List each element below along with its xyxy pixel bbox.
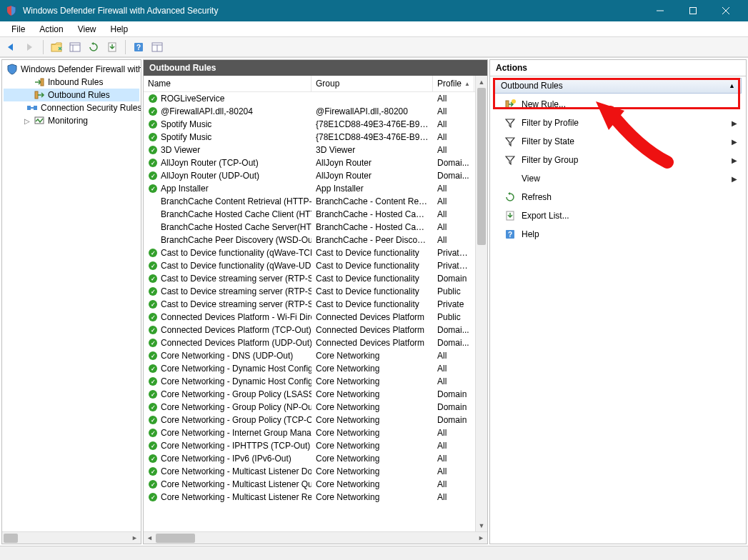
scrollbar-thumb[interactable] [4, 534, 18, 543]
menu-file[interactable]: File [4, 23, 32, 36]
status-icon: ✓ [148, 428, 158, 438]
rule-name: Core Networking - Group Policy (NP-Out) [161, 402, 311, 412]
rule-name: Spotify Music [161, 132, 211, 142]
svg-rect-16 [27, 106, 31, 110]
scroll-left-arrow-icon[interactable]: ◄ [144, 532, 156, 544]
toolbar-refresh-button[interactable] [85, 39, 102, 55]
action-filter-by-profile[interactable]: Filter by Profile▶ [494, 114, 742, 132]
back-button[interactable] [3, 39, 20, 55]
list-vertical-scrollbar[interactable]: ▲ ▼ [475, 76, 487, 531]
column-profile[interactable]: Profile▲ [433, 76, 474, 91]
menu-action[interactable]: Action [32, 23, 70, 36]
scrollbar-thumb[interactable] [156, 534, 195, 543]
rule-row[interactable]: ✓Cast to Device streaming server (RTP-St… [144, 285, 475, 298]
rule-row[interactable]: ✓Connected Devices Platform (TCP-Out)Con… [144, 324, 475, 336]
rule-row[interactable]: ✓Cast to Device functionality (qWave-TCP… [144, 246, 475, 259]
rule-row[interactable]: BranchCache Peer Discovery (WSD-Out)Bran… [144, 234, 475, 246]
rule-row[interactable]: ✓AllJoyn Router (TCP-Out)AllJoyn RouterD… [144, 156, 475, 169]
rule-row[interactable]: ✓Core Networking - Multicast Listener Do… [144, 465, 475, 478]
close-button[interactable] [709, 0, 742, 21]
rule-row[interactable]: BranchCache Content Retrieval (HTTP-O...… [144, 195, 475, 208]
scroll-down-arrow-icon[interactable]: ▼ [476, 519, 487, 531]
enabled-check-icon: ✓ [149, 339, 157, 347]
toolbar-button-1[interactable] [48, 39, 65, 55]
list-horizontal-scrollbar[interactable]: ◄ ► [144, 531, 487, 544]
rule-name: Core Networking - Multicast Listener Qu.… [161, 479, 311, 489]
scrollbar-thumb[interactable] [477, 88, 486, 245]
rule-row[interactable]: BranchCache Hosted Cache Client (HTT...B… [144, 208, 475, 221]
rule-row[interactable]: ✓Core Networking - IPv6 (IPv6-Out)Core N… [144, 452, 475, 465]
submenu-arrow-icon: ▶ [732, 138, 737, 146]
tree-root[interactable]: Windows Defender Firewall with [4, 63, 139, 76]
rule-row[interactable]: ✓ROGLiveServiceAll [144, 92, 475, 105]
minimize-button[interactable] [644, 0, 677, 21]
status-icon: ✓ [148, 106, 158, 116]
rule-profile: All [433, 479, 474, 490]
rule-profile: All [433, 376, 474, 387]
action-export-list[interactable]: Export List... [494, 206, 742, 225]
rule-row[interactable]: ✓Spotify Music{78E1CD88-49E3-476E-B926-.… [144, 118, 475, 131]
rule-row[interactable]: ✓Core Networking - Group Policy (LSASS-.… [144, 388, 475, 401]
rule-group: {78E1CD88-49E3-476E-B926-... [311, 131, 433, 143]
rule-row[interactable]: ✓Cast to Device streaming server (RTP-St… [144, 272, 475, 285]
column-group[interactable]: Group [311, 76, 433, 91]
column-name[interactable]: Name [144, 76, 311, 91]
action-refresh[interactable]: Refresh [494, 188, 742, 206]
rule-group: Core Networking [311, 491, 433, 503]
action-new-rule[interactable]: New Rule... [494, 95, 742, 114]
toolbar-button-2[interactable] [66, 39, 84, 55]
rule-row[interactable]: ✓Core Networking - Group Policy (NP-Out)… [144, 401, 475, 414]
rule-row[interactable]: ✓Core Networking - DNS (UDP-Out)Core Net… [144, 349, 475, 362]
tree-item-monitoring[interactable]: ▷Monitoring [4, 114, 139, 127]
tree-item-inbound-rules[interactable]: Inbound Rules [4, 76, 139, 89]
rules-list[interactable]: Name Group Profile▲ ✓ROGLiveServiceAll✓@… [144, 76, 475, 531]
toolbar-button-6[interactable] [149, 39, 166, 55]
tree-item-connection-security-rules[interactable]: Connection Security Rules [4, 101, 139, 114]
nav-tree[interactable]: Windows Defender Firewall with Inbound R… [2, 60, 141, 531]
action-help[interactable]: ?Help [494, 225, 742, 244]
enabled-check-icon: ✓ [149, 261, 157, 270]
rule-row[interactable]: ✓AllJoyn Router (UDP-Out)AllJoyn RouterD… [144, 169, 475, 182]
scroll-right-arrow-icon[interactable]: ► [129, 532, 141, 544]
menu-view[interactable]: View [71, 23, 104, 36]
rule-row[interactable]: ✓Core Networking - Internet Group Mana..… [144, 426, 475, 439]
maximize-button[interactable] [677, 0, 709, 21]
scroll-up-arrow-icon[interactable]: ▲ [476, 76, 487, 88]
rule-profile: All [433, 491, 474, 503]
rule-row[interactable]: ✓@FirewallAPI.dll,-80204@FirewallAPI.dll… [144, 105, 475, 118]
rule-row[interactable]: ✓Cast to Device functionality (qWave-UDP… [144, 259, 475, 272]
status-icon: ✓ [148, 402, 158, 412]
toolbar-help-button[interactable]: ? [130, 39, 147, 55]
rule-profile: Domai... [433, 337, 474, 349]
rule-row[interactable]: ✓Core Networking - Group Policy (TCP-Out… [144, 414, 475, 426]
rule-row[interactable]: ✓Core Networking - IPHTTPS (TCP-Out)Core… [144, 439, 475, 452]
scroll-right-arrow-icon[interactable]: ► [475, 532, 487, 544]
enabled-check-icon: ✓ [149, 390, 157, 399]
rule-row[interactable]: ✓Core Networking - Dynamic Host Config..… [144, 375, 475, 388]
rule-name: App Installer [161, 184, 209, 194]
forward-button[interactable] [21, 39, 39, 55]
rule-row[interactable]: ✓Connected Devices Platform (UDP-Out)Con… [144, 336, 475, 349]
rule-row[interactable]: ✓Connected Devices Platform - Wi-Fi Dire… [144, 311, 475, 324]
action-filter-by-group[interactable]: Filter by Group▶ [494, 151, 742, 169]
menu-help[interactable]: Help [104, 23, 136, 36]
action-view[interactable]: View▶ [494, 169, 742, 188]
toolbar-export-button[interactable] [104, 39, 121, 55]
status-icon [148, 196, 158, 206]
tree-horizontal-scrollbar[interactable]: ◄ ► [2, 531, 141, 544]
expand-icon[interactable]: ▷ [24, 117, 31, 125]
rule-row[interactable]: ✓App InstallerApp InstallerAll [144, 182, 475, 195]
rule-row[interactable]: ✓3D Viewer3D ViewerAll [144, 144, 475, 156]
rule-row[interactable]: BranchCache Hosted Cache Server(HTTP...B… [144, 221, 475, 234]
action-filter-by-state[interactable]: Filter by State▶ [494, 132, 742, 151]
rule-row[interactable]: ✓Core Networking - Dynamic Host Config..… [144, 362, 475, 375]
actions-section-header[interactable]: Outbound Rules ▲ [494, 78, 742, 94]
rule-row[interactable]: ✓Cast to Device streaming server (RTP-St… [144, 298, 475, 311]
rule-row[interactable]: ✓Core Networking - Multicast Listener Re… [144, 491, 475, 504]
tree-item-outbound-rules[interactable]: Outbound Rules [4, 89, 139, 101]
submenu-arrow-icon: ▶ [732, 119, 737, 127]
rule-profile: All [433, 106, 474, 117]
rule-row[interactable]: ✓Spotify Music{78E1CD88-49E3-476E-B926-.… [144, 131, 475, 144]
rule-row[interactable]: ✓Core Networking - Multicast Listener Qu… [144, 478, 475, 491]
rule-profile: Domai... [433, 170, 474, 181]
